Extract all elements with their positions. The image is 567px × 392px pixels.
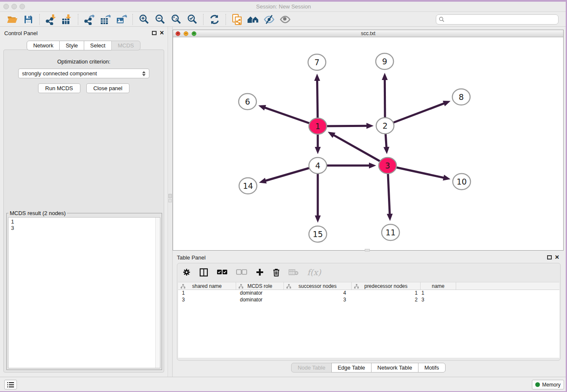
horizontal-splitter-handle[interactable] (365, 249, 370, 251)
panel-splitter[interactable] (168, 27, 173, 377)
deselect-all-rows-button[interactable] (236, 269, 247, 275)
criterion-select[interactable]: strongly connected component (18, 69, 149, 78)
cell-name[interactable]: 1 (418, 290, 456, 297)
task-history-button[interactable] (4, 380, 17, 389)
show-all-button[interactable] (277, 13, 293, 26)
export-image-icon (116, 14, 127, 25)
save-floppy-icon (23, 14, 33, 25)
zoom-fit-button[interactable] (168, 13, 184, 26)
export-image-button[interactable] (113, 13, 129, 26)
memory-button[interactable]: Memory (532, 380, 564, 389)
result-scrollbar[interactable] (155, 218, 160, 368)
column-header-shared-name[interactable]: shared name (178, 282, 236, 290)
splitter-handle[interactable] (168, 194, 172, 198)
mcds-result-group: MCDS result (2 nodes) 1 3 (6, 210, 162, 370)
export-network-button[interactable] (81, 13, 97, 26)
first-neighbors-button[interactable] (245, 13, 261, 26)
cell-successor-nodes[interactable]: 3 (284, 297, 346, 304)
float-panel-icon[interactable] (547, 255, 552, 259)
graph-node-label: 3 (385, 161, 390, 170)
eye-icon (279, 14, 291, 25)
cell-predecessor-nodes[interactable]: 2 (346, 297, 418, 304)
graph-edge-arrowhead (382, 73, 388, 80)
float-panel-icon[interactable] (152, 31, 157, 35)
search-input[interactable] (444, 16, 556, 22)
table-row[interactable]: 1 dominator 4 1 1 (178, 290, 559, 297)
add-column-button[interactable] (256, 268, 264, 276)
table-row[interactable]: 3 dominator 3 2 3 (178, 297, 559, 304)
open-session-button[interactable] (4, 13, 20, 26)
run-mcds-button[interactable]: Run MCDS (38, 83, 80, 93)
tab-edge-table[interactable]: Edge Table (331, 363, 372, 373)
mcds-result-text[interactable]: 1 3 (8, 217, 160, 368)
table-settings-button[interactable] (182, 268, 191, 276)
save-session-button[interactable] (20, 13, 36, 26)
cell-predecessor-nodes[interactable]: 1 (346, 290, 418, 297)
tab-mcds[interactable]: MCDS (111, 41, 140, 50)
graph-edge-arrowhead (443, 175, 451, 181)
close-panel-icon[interactable]: ✕ (160, 30, 164, 36)
optimization-criterion-label: Optimization criterion: (4, 58, 164, 65)
table-panel: Table Panel ✕ (173, 251, 564, 375)
cell-shared-name[interactable]: 3 (178, 297, 236, 304)
criterion-value: strongly connected component (22, 70, 142, 77)
control-panel-tabs: Network Style Select MCDS (0, 41, 168, 50)
hide-selected-button[interactable] (261, 13, 277, 26)
column-header-name[interactable]: name (421, 282, 456, 290)
open-folder-icon (7, 14, 18, 25)
export-table-button[interactable] (97, 13, 113, 26)
control-panel: Control Panel ✕ Network Style Select MCD… (0, 27, 168, 377)
cell-successor-nodes[interactable]: 4 (284, 290, 346, 297)
zoom-out-button[interactable] (152, 13, 168, 26)
graph-edge-arrowhead (383, 147, 389, 154)
zoom-in-button[interactable] (136, 13, 152, 26)
zoom-selected-button[interactable] (184, 13, 200, 26)
splitter-handle[interactable] (168, 199, 172, 202)
cell-mcds-role[interactable]: dominator (236, 290, 284, 297)
function-builder-button[interactable]: f(x) (307, 268, 321, 277)
cell-shared-name[interactable]: 1 (178, 290, 236, 297)
tab-node-table[interactable]: Node Table (291, 363, 332, 373)
delete-column-button[interactable] (272, 268, 280, 277)
close-panel-button[interactable]: Close panel (86, 83, 130, 93)
clone-network-button[interactable] (229, 13, 245, 26)
window-edge-top (0, 0, 567, 2)
column-header-predecessor-nodes[interactable]: predecessor nodes (352, 282, 421, 290)
graph-edge[interactable] (333, 135, 388, 166)
tab-network[interactable]: Network (27, 41, 60, 50)
import-table-button[interactable] (59, 13, 75, 26)
table-header-row: shared name MCDS role (178, 282, 559, 290)
minimize-view-button[interactable]: − (184, 31, 188, 36)
select-all-rows-button[interactable] (217, 269, 228, 275)
tab-select[interactable]: Select (84, 41, 112, 50)
cell-mcds-role[interactable]: dominator (236, 297, 284, 304)
graph-node-label: 10 (457, 177, 467, 186)
network-view-window: × − + scc.txt 7968124314101511 (173, 30, 564, 251)
cell-name[interactable]: 3 (418, 297, 456, 304)
tab-style[interactable]: Style (59, 41, 84, 50)
import-network-button[interactable] (43, 13, 59, 26)
column-header-mcds-role[interactable]: MCDS role (236, 282, 284, 290)
maximize-view-button[interactable]: + (192, 31, 196, 36)
show-columns-button[interactable] (199, 268, 208, 277)
graph-edge[interactable] (385, 103, 444, 126)
network-canvas[interactable]: 7968124314101511 (173, 37, 563, 250)
network-window-titlebar[interactable]: × − + scc.txt (173, 30, 563, 37)
close-panel-icon[interactable]: ✕ (555, 255, 559, 260)
export-network-icon (84, 14, 95, 25)
graph-edge-arrowhead (315, 147, 321, 154)
gear-icon (182, 268, 191, 276)
search-box (436, 14, 559, 25)
column-header-successor-nodes[interactable]: successor nodes (284, 282, 352, 290)
close-view-button[interactable]: × (176, 31, 180, 36)
refresh-layout-button[interactable] (206, 13, 223, 26)
tab-motifs[interactable]: Motifs (418, 363, 446, 373)
delete-table-button[interactable] (289, 269, 299, 276)
graph-edge-arrowhead (443, 101, 450, 106)
zoom-fit-icon (171, 14, 182, 25)
tab-network-table[interactable]: Network Table (371, 363, 418, 373)
homes-icon (247, 14, 259, 25)
graph-node-label: 11 (385, 228, 396, 237)
toolbar-separator (78, 14, 78, 25)
table-toolbar: f(x) (177, 263, 560, 281)
